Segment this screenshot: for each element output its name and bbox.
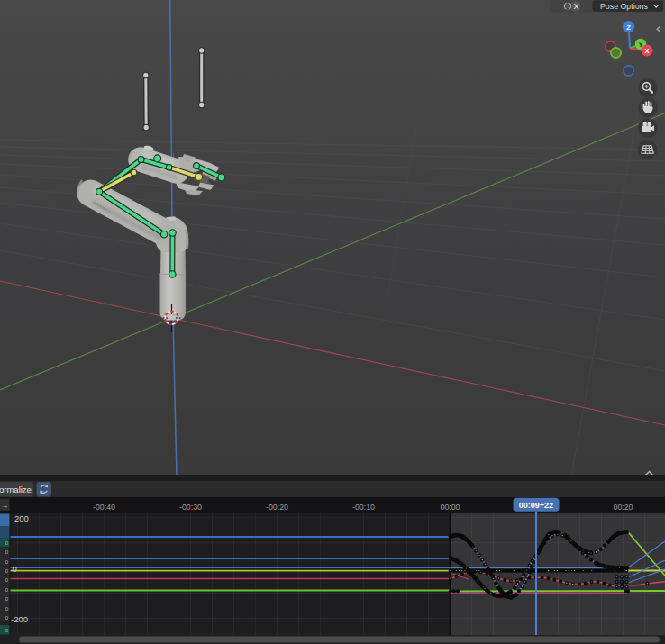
svg-text:0: 0: [13, 564, 17, 574]
svg-text:-00:10: -00:10: [352, 503, 375, 512]
svg-text:00:00: 00:00: [440, 503, 460, 512]
svg-text:→: →: [1, 502, 8, 510]
svg-text:Pose Options: Pose Options: [600, 2, 648, 11]
svg-text:-200: -200: [11, 614, 28, 624]
svg-text:ormalize: ormalize: [0, 485, 32, 494]
svg-text:X: X: [644, 47, 649, 55]
svg-text:00:20: 00:20: [613, 503, 633, 512]
svg-text:-00:40: -00:40: [93, 503, 115, 512]
svg-text:Z: Z: [626, 23, 631, 32]
svg-text:X: X: [573, 2, 578, 11]
svg-text:00:09+22: 00:09+22: [519, 501, 553, 510]
svg-text:-00:20: -00:20: [266, 503, 288, 512]
svg-text:-00:30: -00:30: [179, 503, 202, 512]
svg-text:200: 200: [14, 513, 29, 523]
